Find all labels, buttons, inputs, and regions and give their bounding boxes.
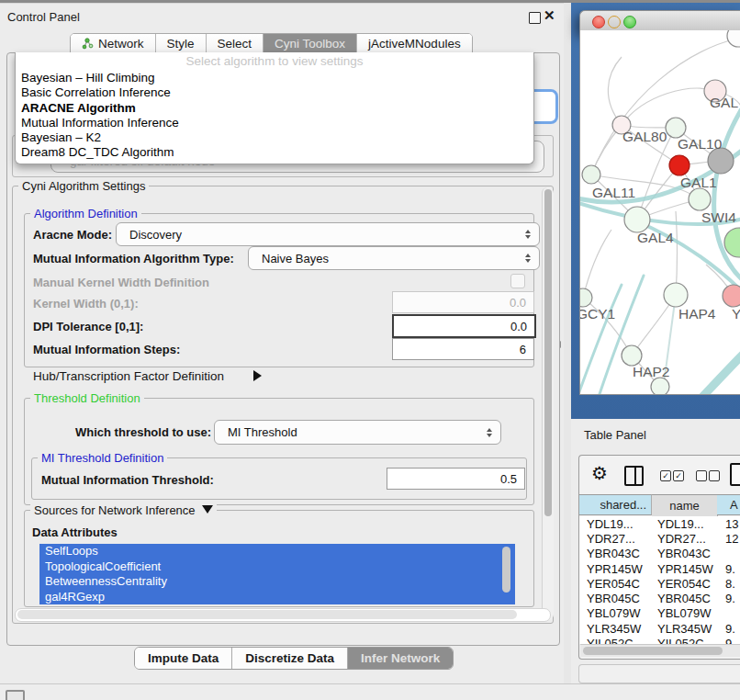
mi-threshold-label: Mutual Information Threshold:: [41, 473, 214, 487]
attribute-item[interactable]: BetweennessCentrality: [39, 574, 515, 590]
control-panel-title: Control Panel: [7, 10, 80, 24]
table-row[interactable]: YDR27...YDR27...12: [579, 531, 740, 546]
checked-box-icon[interactable]: ✓: [673, 470, 684, 481]
algorithm-definition-title: Algorithm Definition: [30, 207, 141, 220]
zoom-window-icon[interactable]: [623, 16, 636, 28]
mi-steps-label: Mutual Information Steps:: [33, 343, 180, 356]
dropdown-item-selected[interactable]: ARACNE Algorithm: [16, 101, 533, 116]
mi-steps-field[interactable]: 6: [392, 338, 534, 360]
settings-hscrollbar-thumb[interactable]: [17, 610, 517, 619]
attributes-scrollbar-thumb[interactable]: [502, 547, 510, 593]
tab-cyni-toolbox[interactable]: Cyni Toolbox: [263, 34, 357, 53]
which-threshold-combo[interactable]: MI Threshold: [214, 420, 501, 445]
label-hap2: HAP2: [633, 364, 670, 379]
data-attributes-list: SelfLoops TopologicalCoefficient Between…: [39, 544, 515, 604]
dock-panel-icon[interactable]: [6, 690, 25, 700]
unchecked-box-icon[interactable]: [696, 470, 707, 481]
tab-style[interactable]: Style: [156, 34, 207, 53]
collapse-down-icon[interactable]: [202, 505, 213, 514]
label-y-partial: Y: [732, 306, 740, 322]
attribute-item[interactable]: TopologicalCoefficient: [39, 559, 515, 575]
manual-kernel-checkbox[interactable]: [510, 274, 525, 288]
table-row[interactable]: YLR345WYLR345W9.: [579, 621, 740, 636]
node-table-body: YDL19...YDL19...13 YDR27...YDR27...12 YB…: [579, 516, 740, 644]
mi-type-combo[interactable]: Naive Bayes: [248, 246, 540, 270]
node-hap4[interactable]: [664, 283, 688, 307]
table-row[interactable]: YDL19...YDL19...13: [579, 516, 740, 531]
network-graph: GAL GAL80 GAL10 GAL1 GAL11 SWI4 GAL4 GCY…: [580, 30, 740, 394]
mi-type-label: Mutual Information Algorithm Type:: [33, 252, 234, 265]
aracne-mode-combo[interactable]: Discovery: [116, 222, 540, 246]
kernel-width-label: Kernel Width (0,1):: [33, 297, 139, 310]
node-swi4[interactable]: [689, 188, 711, 210]
settings-scrollbar[interactable]: [542, 187, 554, 620]
gear-icon[interactable]: ⚙: [591, 462, 608, 484]
settings-hscrollbar[interactable]: [15, 608, 551, 622]
data-attributes-label: Data Attributes: [32, 525, 118, 539]
node-hap2[interactable]: [622, 345, 642, 366]
tab-infer-network[interactable]: Infer Network: [348, 648, 453, 669]
table-row[interactable]: YPR145WYPR145W9.: [579, 561, 740, 576]
float-panel-icon[interactable]: [529, 12, 541, 24]
node-partial-bottom[interactable]: [651, 378, 669, 394]
expand-right-icon[interactable]: [253, 370, 262, 381]
table-hscrollbar[interactable]: [580, 644, 740, 657]
column-header-name[interactable]: name: [652, 494, 718, 517]
cytoscape-screen: Control Panel ✕ Network Style Select Cyn…: [0, 0, 740, 700]
aracne-mode-value: Discovery: [129, 228, 182, 242]
close-panel-icon[interactable]: ✕: [544, 7, 555, 24]
attributes-scrollbar[interactable]: [501, 546, 511, 603]
dropdown-item[interactable]: Bayesian – Hill Climbing: [16, 71, 533, 85]
tab-jactivemnodules[interactable]: jActiveMNodules: [357, 34, 472, 53]
sources-group-title: Sources for Network Inference: [30, 503, 217, 517]
node-gal11[interactable]: [582, 165, 600, 184]
control-panel-tabbar: Network Style Select Cyni Toolbox jActiv…: [70, 33, 473, 54]
settings-scrollbar-thumb[interactable]: [544, 189, 552, 516]
attribute-item[interactable]: gal4RGexp: [39, 590, 515, 605]
tab-discretize-data[interactable]: Discretize Data: [232, 648, 348, 669]
close-window-icon[interactable]: [592, 16, 605, 28]
dropdown-item[interactable]: Mutual Information Inference: [16, 116, 533, 130]
panel-splitter[interactable]: [564, 3, 571, 700]
mi-threshold-field[interactable]: 0.5: [387, 468, 525, 490]
kernel-width-field[interactable]: 0.0: [392, 291, 534, 313]
table-row[interactable]: YBL079WYBL079W: [579, 606, 740, 621]
table-row[interactable]: YIL052CYIL052C9.: [579, 636, 740, 644]
tab-select[interactable]: Select: [207, 34, 264, 53]
network-window-titlebar[interactable]: [579, 10, 740, 32]
unchecked-box-icon[interactable]: [709, 470, 720, 481]
document-icon[interactable]: [730, 463, 740, 486]
column-header-partial[interactable]: A: [717, 494, 740, 515]
table-hscrollbar-thumb[interactable]: [583, 647, 723, 655]
label-gal4: GAL4: [637, 230, 674, 245]
network-icon: [82, 38, 94, 50]
table-row[interactable]: YER054CYER054C8.: [579, 576, 740, 591]
node-gray[interactable]: [708, 148, 734, 174]
split-columns-icon[interactable]: [624, 466, 644, 486]
minimize-window-icon[interactable]: [608, 16, 621, 28]
node-gal10[interactable]: [666, 118, 686, 138]
tab-impute-data[interactable]: Impute Data: [135, 648, 232, 669]
network-view-canvas[interactable]: GAL GAL80 GAL10 GAL1 GAL11 SWI4 GAL4 GCY…: [579, 30, 740, 395]
dropdown-item[interactable]: Basic Correlation Inference: [16, 85, 533, 100]
node-salmon[interactable]: [723, 285, 740, 307]
tab-network-label: Network: [98, 37, 144, 51]
tab-network[interactable]: Network: [71, 34, 156, 53]
combo-stepper-icon: [525, 254, 531, 263]
dropdown-item[interactable]: Bayesian – K2: [16, 130, 533, 145]
table-row[interactable]: YBR043CYBR043C: [579, 547, 740, 561]
node-partial-top[interactable]: [727, 30, 740, 47]
node-bright-green[interactable]: [724, 228, 740, 257]
settings-group-title: Cyni Algorithm Settings: [18, 179, 149, 193]
attribute-item[interactable]: SelfLoops: [39, 544, 515, 559]
node-gal4[interactable]: [624, 207, 650, 232]
dropdown-prompt: Select algorithm to view settings: [16, 52, 533, 71]
table-panel-title: Table Panel: [584, 428, 646, 442]
dropdown-item[interactable]: Dream8 DC_TDC Algorithm: [16, 145, 533, 160]
node-gal1-red[interactable]: [669, 155, 690, 175]
status-strip: [0, 683, 740, 700]
dpi-tolerance-field[interactable]: 0.0: [392, 314, 536, 338]
column-header-shared-name[interactable]: shared...: [579, 494, 652, 515]
checked-box-icon[interactable]: ✓: [660, 470, 671, 481]
table-row[interactable]: YBR045CYBR045C9.: [579, 591, 740, 605]
